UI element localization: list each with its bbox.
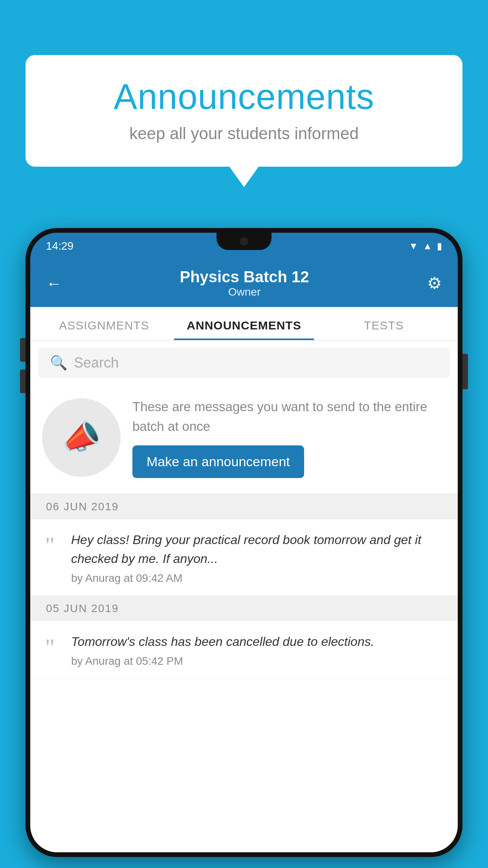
announcement-item-2: " Tomorrow's class has been cancelled du… — [30, 621, 458, 679]
volume-up-button — [20, 338, 26, 362]
announcements-title: Announcements — [49, 77, 439, 117]
announcement-item-1: " Hey class! Bring your practical record… — [30, 519, 458, 596]
phone-screen: ← Physics Batch 12 Owner ⚙ ASSIGNMENTS A… — [30, 259, 458, 852]
signal-icon: ▲ — [423, 241, 432, 252]
status-bar: 14:29 ▼ ▲ ▮ — [30, 233, 458, 259]
announcement-byline-2: by Anurag at 05:42 PM — [71, 655, 446, 668]
announcement-byline-1: by Anurag at 09:42 AM — [71, 572, 446, 585]
quote-icon-1: " — [38, 533, 62, 557]
speech-bubble-container: Announcements keep all your students inf… — [26, 55, 462, 167]
screen-content: ← Physics Batch 12 Owner ⚙ ASSIGNMENTS A… — [30, 259, 458, 852]
announcement-description: These are messages you want to send to t… — [132, 397, 446, 436]
speech-bubble: Announcements keep all your students inf… — [26, 55, 462, 167]
announcement-text-block-2: Tomorrow's class has been cancelled due … — [71, 632, 446, 668]
notch — [216, 233, 272, 250]
announcement-text-block-1: Hey class! Bring your practical record b… — [71, 530, 446, 585]
tabs-bar: ASSIGNMENTS ANNOUNCEMENTS TESTS — [30, 307, 458, 340]
search-bar[interactable]: 🔍 Search — [38, 348, 450, 378]
battery-icon: ▮ — [437, 241, 442, 252]
announcement-message-1: Hey class! Bring your practical record b… — [71, 530, 446, 568]
date-separator-2: 05 JUN 2019 — [30, 596, 458, 621]
announcements-subtitle: keep all your students informed — [49, 124, 439, 143]
back-button[interactable]: ← — [46, 276, 62, 291]
make-announcement-button[interactable]: Make an announcement — [132, 445, 304, 478]
app-header: ← Physics Batch 12 Owner ⚙ — [30, 259, 458, 307]
settings-icon[interactable]: ⚙ — [427, 274, 442, 293]
announcement-right: These are messages you want to send to t… — [132, 397, 446, 478]
announcement-message-2: Tomorrow's class has been cancelled due … — [71, 632, 446, 651]
camera-dot — [240, 237, 248, 246]
megaphone-circle: 📣 — [42, 398, 121, 477]
user-role: Owner — [62, 286, 427, 298]
megaphone-icon: 📣 — [59, 416, 104, 459]
search-input[interactable]: Search — [74, 355, 119, 371]
tab-tests[interactable]: TESTS — [314, 307, 454, 340]
quote-icon-2: " — [38, 635, 62, 659]
batch-name: Physics Batch 12 — [62, 268, 427, 286]
search-bar-container: 🔍 Search — [30, 340, 458, 385]
search-icon: 🔍 — [50, 355, 68, 371]
phone-frame: 14:29 ▼ ▲ ▮ ← Physics Batch 12 Owner — [26, 228, 462, 857]
tab-assignments[interactable]: ASSIGNMENTS — [34, 307, 174, 340]
wifi-icon: ▼ — [409, 241, 418, 252]
tab-announcements[interactable]: ANNOUNCEMENTS — [174, 307, 314, 340]
header-title-block: Physics Batch 12 Owner — [62, 268, 427, 298]
date-separator-1: 06 JUN 2019 — [30, 494, 458, 519]
status-time: 14:29 — [46, 240, 73, 252]
announcement-prompt: 📣 These are messages you want to send to… — [30, 385, 458, 494]
phone-container: 14:29 ▼ ▲ ▮ ← Physics Batch 12 Owner — [26, 228, 462, 868]
status-icons: ▼ ▲ ▮ — [409, 241, 442, 252]
volume-down-button — [20, 370, 26, 393]
power-button — [462, 354, 468, 389]
